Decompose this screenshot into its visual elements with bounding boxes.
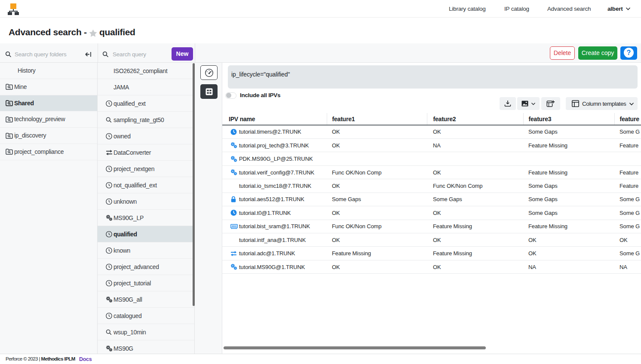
svg-text:?: ? xyxy=(627,49,631,56)
